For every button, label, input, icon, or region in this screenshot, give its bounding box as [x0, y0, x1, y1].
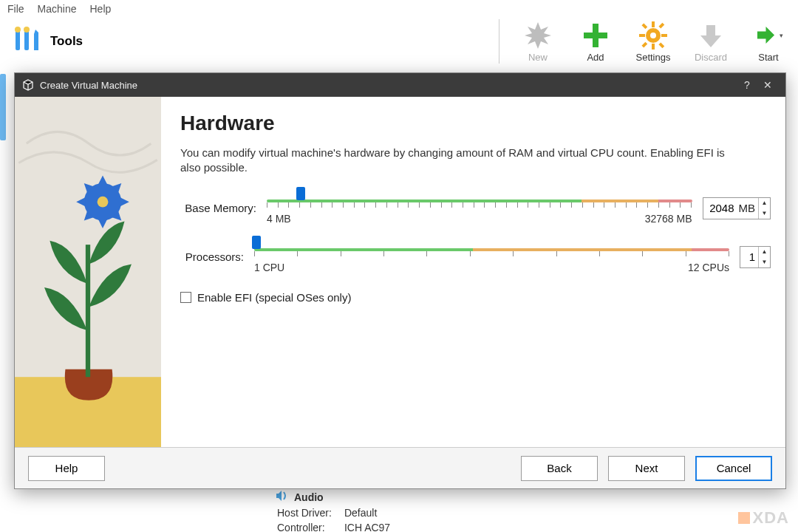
- new-label: New: [528, 52, 548, 63]
- cpu-slider[interactable]: 1 CPU 12 CPUs: [254, 241, 729, 273]
- memory-up[interactable]: ▲: [759, 198, 770, 208]
- dialog-title: Create Virtual Machine: [40, 80, 137, 91]
- memory-unit: MB: [737, 202, 759, 214]
- discard-label: Discard: [695, 52, 727, 63]
- memory-label: Base Memory:: [180, 202, 256, 214]
- main-toolbar: Tools New Add Settings Discard ▾ Start: [0, 18, 798, 64]
- tools-button[interactable]: Tools: [10, 24, 83, 59]
- page-heading: Hardware: [180, 112, 771, 135]
- svg-rect-7: [652, 44, 655, 50]
- add-label: Add: [587, 52, 604, 63]
- menu-help[interactable]: Help: [89, 3, 111, 15]
- svg-rect-11: [658, 42, 664, 48]
- svg-rect-10: [641, 23, 647, 29]
- new-button[interactable]: New: [516, 21, 560, 63]
- cpu-down[interactable]: ▼: [759, 257, 770, 267]
- memory-max: 32768 MB: [645, 213, 692, 225]
- svg-rect-17: [86, 245, 90, 377]
- svg-point-3: [24, 27, 30, 33]
- svg-rect-12: [658, 22, 664, 28]
- svg-rect-13: [641, 41, 647, 47]
- svg-point-14: [650, 33, 656, 38]
- start-button[interactable]: ▾ Start: [746, 21, 791, 63]
- cpu-spinbox[interactable]: ▲▼: [740, 246, 771, 268]
- down-arrow-icon: [696, 21, 726, 50]
- help-button[interactable]: Help: [28, 456, 105, 481]
- start-arrow-icon: ▾: [754, 21, 783, 50]
- create-vm-dialog: Create Virtual Machine ? ✕: [14, 72, 786, 489]
- toolbar-separator: [499, 19, 499, 64]
- memory-row: Base Memory: 4 MB 32768 MB MB ▲▼: [180, 192, 771, 225]
- speaker-icon: [275, 489, 288, 505]
- settings-label: Settings: [636, 52, 671, 63]
- menu-machine[interactable]: Machine: [38, 3, 77, 15]
- svg-point-19: [98, 197, 109, 208]
- svg-marker-4: [525, 22, 551, 49]
- help-icon[interactable]: ?: [737, 79, 757, 91]
- svg-rect-8: [639, 34, 645, 37]
- efi-row[interactable]: Enable EFI (special OSes only): [180, 291, 771, 304]
- svg-rect-1: [24, 30, 29, 50]
- audio-section-title: Audio: [294, 491, 324, 503]
- svg-point-2: [15, 27, 21, 33]
- memory-slider-thumb[interactable]: [296, 187, 305, 200]
- settings-button[interactable]: Settings: [631, 21, 675, 63]
- dialog-content: Hardware You can modify virtual machine'…: [161, 97, 785, 447]
- svg-rect-6: [652, 21, 655, 27]
- efi-label: Enable EFI (special OSes only): [197, 291, 351, 304]
- cpu-slider-thumb[interactable]: [252, 236, 261, 249]
- tools-label: Tools: [50, 34, 83, 49]
- dialog-titlebar[interactable]: Create Virtual Machine ? ✕: [15, 73, 785, 97]
- memory-min: 4 MB: [267, 213, 291, 225]
- svg-rect-9: [661, 34, 667, 37]
- start-label: Start: [758, 52, 778, 63]
- plus-icon: [581, 21, 610, 50]
- efi-checkbox[interactable]: [180, 292, 191, 303]
- next-button[interactable]: Next: [608, 456, 685, 481]
- sidebar-selection: [0, 74, 6, 140]
- watermark-icon: [738, 512, 750, 524]
- menubar: File Machine Help: [0, 0, 798, 18]
- memory-down[interactable]: ▼: [759, 208, 770, 219]
- cpu-up[interactable]: ▲: [759, 247, 770, 257]
- cpu-max: 12 CPUs: [688, 262, 729, 273]
- cpu-input[interactable]: [740, 247, 758, 267]
- background-details: Audio Host Driver:Default Controller:ICH…: [275, 489, 392, 532]
- memory-input[interactable]: [703, 198, 737, 219]
- cpu-min: 1 CPU: [254, 262, 284, 273]
- discard-button[interactable]: Discard: [689, 21, 733, 63]
- vm-cube-icon: [22, 79, 34, 91]
- back-button[interactable]: Back: [521, 456, 598, 481]
- starburst-icon: [523, 21, 553, 50]
- cpu-label: Processors:: [180, 250, 244, 263]
- add-button[interactable]: Add: [573, 21, 618, 63]
- audio-details-table: Host Driver:Default Controller:ICH AC97: [275, 505, 392, 532]
- memory-spinbox[interactable]: MB ▲▼: [703, 197, 771, 219]
- page-description: You can modify virtual machine's hardwar…: [180, 146, 742, 176]
- tools-icon: [10, 24, 43, 59]
- cancel-button[interactable]: Cancel: [695, 456, 772, 481]
- memory-slider[interactable]: 4 MB 32768 MB: [267, 192, 692, 225]
- wizard-illustration: [15, 97, 161, 447]
- close-icon[interactable]: ✕: [757, 79, 778, 91]
- gear-icon: [638, 21, 668, 50]
- dialog-button-bar: Help Back Next Cancel: [15, 447, 785, 488]
- cpu-row: Processors: 1 CPU 12 CPUs ▲▼: [180, 241, 771, 273]
- svg-rect-0: [16, 30, 20, 50]
- menu-file[interactable]: File: [7, 3, 24, 15]
- watermark: XDA: [738, 508, 789, 528]
